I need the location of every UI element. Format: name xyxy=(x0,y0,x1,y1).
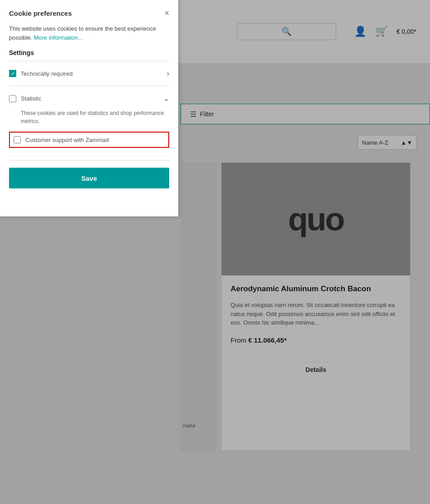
cookie-dialog: Cookie preferences × This website uses c… xyxy=(0,0,178,216)
statistic-header: Statistic ⌄ xyxy=(9,90,169,107)
settings-label: Settings xyxy=(9,49,169,56)
cookie-option-technically-required: ✓ Technically required › xyxy=(9,65,169,82)
customer-support-label: Customer support with Zammad xyxy=(25,137,109,143)
cookie-option-left: ✓ Technically required xyxy=(9,70,73,77)
statistic-description: These cookies are used for statistics an… xyxy=(9,107,169,129)
statistic-section: Statistic ⌄ These cookies are used for s… xyxy=(9,90,169,156)
technically-required-arrow[interactable]: › xyxy=(167,69,169,78)
settings-divider xyxy=(9,61,169,61)
dialog-close-button[interactable]: × xyxy=(164,9,169,17)
dialog-title: Cookie preferences xyxy=(9,9,72,17)
statistic-header-left: Statistic xyxy=(9,95,42,102)
dialog-intro-text: This website uses cookies to ensure the … xyxy=(9,24,169,42)
option-divider-1 xyxy=(9,86,169,86)
customer-support-checkbox[interactable] xyxy=(14,136,21,143)
technically-required-label: Technically required xyxy=(21,70,73,77)
save-button[interactable]: Save xyxy=(9,168,169,188)
technically-required-checkbox[interactable]: ✓ xyxy=(9,70,16,77)
customer-support-row: Customer support with Zammad xyxy=(9,132,169,148)
statistic-checkbox[interactable] xyxy=(9,95,16,102)
dialog-header: Cookie preferences × xyxy=(9,9,169,17)
more-info-link[interactable]: More information... xyxy=(34,34,83,41)
statistic-label: Statistic xyxy=(21,95,42,102)
bottom-divider xyxy=(9,160,169,160)
statistic-collapse-arrow[interactable]: ⌄ xyxy=(163,94,169,103)
